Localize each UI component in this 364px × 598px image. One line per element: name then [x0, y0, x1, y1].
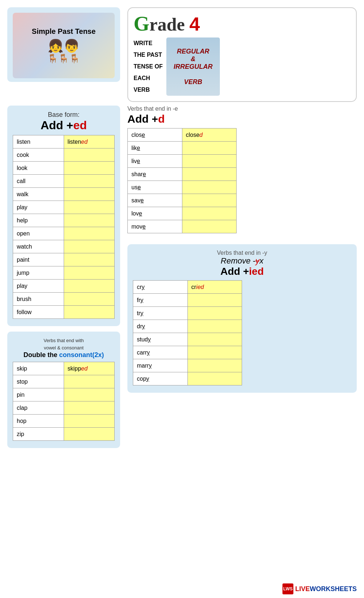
- grade-d: d: [167, 14, 177, 35]
- past-word[interactable]: [64, 175, 115, 188]
- past-word[interactable]: [64, 253, 115, 266]
- base-word: walk: [13, 188, 64, 201]
- add-ed-section: Base form: Add +ed listenlistenedcookloo…: [7, 106, 120, 326]
- add-d-highlight: d: [158, 113, 165, 125]
- past-word[interactable]: [64, 162, 115, 175]
- card-image: Simple Past Tense 👧👦 🪑🪑🪑: [13, 13, 115, 78]
- grade-g: G: [134, 12, 150, 35]
- past-word[interactable]: [64, 201, 115, 214]
- double-consonant-section: Verbs that end withvowel & consonant Dou…: [7, 332, 120, 448]
- table-row: copy: [133, 372, 242, 385]
- past-word[interactable]: [187, 346, 242, 359]
- table-row: brush: [13, 293, 115, 306]
- base-word: try: [133, 307, 188, 320]
- base-word: jump: [13, 266, 64, 280]
- past-word[interactable]: [182, 207, 237, 220]
- remove-label: Remove -yx: [133, 256, 351, 266]
- past-word[interactable]: [187, 294, 242, 307]
- table-row: listenlistened: [13, 135, 115, 148]
- left-column: Base form: Add +ed listenlistenedcookloo…: [7, 106, 120, 448]
- table-row: play: [13, 201, 115, 214]
- past-word[interactable]: [64, 293, 115, 306]
- right-column: Verbs that end in -e Add +d closeclosedl…: [127, 106, 357, 393]
- table-row: look: [13, 162, 115, 175]
- base-word: study: [133, 333, 188, 346]
- table-row: save: [128, 194, 237, 207]
- table-row: call: [13, 175, 115, 188]
- add-d-table: closeclosedlikeliveshareusesavelovemove: [127, 128, 237, 233]
- past-word[interactable]: [64, 188, 115, 201]
- past-word[interactable]: [64, 280, 115, 293]
- base-word: brush: [13, 293, 64, 306]
- table-row: zip: [13, 428, 115, 441]
- table-row: walk: [13, 188, 115, 201]
- past-word[interactable]: [187, 333, 242, 346]
- base-word: save: [128, 194, 182, 207]
- base-word: stop: [13, 375, 64, 388]
- past-word[interactable]: [64, 240, 115, 253]
- past-word[interactable]: [182, 142, 237, 155]
- past-word[interactable]: [64, 415, 115, 428]
- base-word: live: [128, 155, 182, 168]
- table-row: move: [128, 220, 237, 233]
- past-word[interactable]: [64, 227, 115, 240]
- grade-num: 4: [189, 13, 200, 35]
- table-row: clap: [13, 401, 115, 415]
- consonant-link: consonant(2x): [59, 351, 104, 359]
- past-word[interactable]: [64, 388, 115, 401]
- y-table: crycriedfrytrydrystudycarrymarrycopy: [133, 280, 242, 385]
- add-d-label: Add +d: [127, 113, 357, 125]
- footer-text: LIVEWORKSHEETS: [295, 585, 357, 593]
- write-instructions: WRITETHE PASTTENSE OFEACHVERB: [134, 37, 163, 96]
- table-row: cook: [13, 148, 115, 162]
- past-word[interactable]: [64, 266, 115, 280]
- table-row: crycried: [133, 281, 242, 294]
- past-word[interactable]: [187, 372, 242, 385]
- past-word[interactable]: [182, 220, 237, 233]
- table-row: dry: [133, 320, 242, 333]
- card-desk-icon: 🪑🪑🪑: [47, 54, 80, 64]
- past-word[interactable]: [187, 307, 242, 320]
- base-word: love: [128, 207, 182, 220]
- base-word: paint: [13, 253, 64, 266]
- grade-a: a: [158, 14, 167, 35]
- table-row: paint: [13, 253, 115, 266]
- verbs-end-y-label: Verbs that end in -y: [133, 250, 351, 256]
- base-word: use: [128, 181, 182, 194]
- table-row: skipskipped: [13, 362, 115, 375]
- past-word[interactable]: [64, 214, 115, 227]
- base-word: marry: [133, 359, 188, 372]
- past-word[interactable]: [182, 181, 237, 194]
- double-table: skipskippedstoppinclaphopzip: [13, 362, 115, 441]
- base-word: skip: [13, 362, 64, 375]
- past-word[interactable]: [64, 375, 115, 388]
- footer-logo: LWS: [282, 583, 293, 594]
- y-section: Verbs that end in -y Remove -yx Add +ied…: [127, 244, 357, 393]
- past-word: listened: [64, 135, 115, 148]
- past-word[interactable]: [187, 320, 242, 333]
- base-word: open: [13, 227, 64, 240]
- add-ed-label: Add +ed: [13, 119, 115, 132]
- base-word: pin: [13, 388, 64, 401]
- double-label-text: Verbs that end withvowel & consonant: [44, 338, 84, 351]
- grade-title: Grade 4: [134, 13, 351, 34]
- past-word: skipped: [64, 362, 115, 375]
- past-word[interactable]: [64, 306, 115, 319]
- past-word[interactable]: [64, 401, 115, 415]
- table-row: stop: [13, 375, 115, 388]
- past-word[interactable]: [182, 155, 237, 168]
- past-word[interactable]: [64, 428, 115, 441]
- footer-live: LIVE: [295, 585, 310, 593]
- past-word[interactable]: [182, 168, 237, 181]
- footer-worksheets: WORKSHEETS: [310, 585, 357, 593]
- past-word[interactable]: [182, 194, 237, 207]
- table-row: like: [128, 142, 237, 155]
- base-word: share: [128, 168, 182, 181]
- footer-logo-text: LWS: [283, 586, 293, 591]
- remove-y: y: [256, 256, 260, 265]
- past-word[interactable]: [64, 148, 115, 162]
- past-word[interactable]: [187, 359, 242, 372]
- table-row: help: [13, 214, 115, 227]
- base-word: carry: [133, 346, 188, 359]
- table-row: follow: [13, 306, 115, 319]
